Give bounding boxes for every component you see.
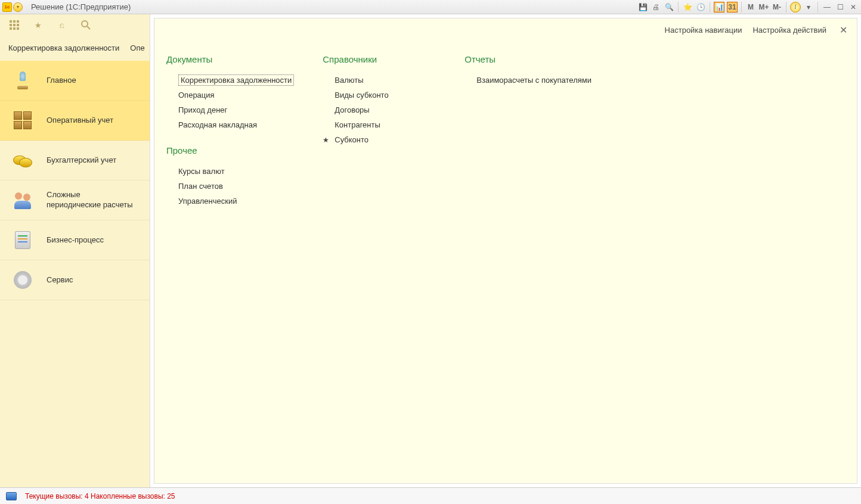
nav-item-operational[interactable]: Оперативный учет bbox=[0, 101, 150, 141]
list-item-label: Виды субконто bbox=[335, 91, 388, 99]
close-panel-icon[interactable]: ✕ bbox=[837, 24, 850, 36]
maximize-icon[interactable]: ☐ bbox=[835, 2, 845, 13]
breadcrumb: Корректировка задолженности Опе bbox=[0, 36, 150, 60]
separator bbox=[710, 2, 710, 13]
gear-icon bbox=[12, 269, 33, 291]
list-item-label: Операция bbox=[178, 91, 215, 99]
nav-item-main[interactable]: Главное bbox=[0, 61, 150, 101]
print-icon[interactable]: 🖨 bbox=[651, 2, 661, 13]
list-item[interactable]: Операция bbox=[166, 88, 294, 102]
column-left: Документы Корректировка задолженности Оп… bbox=[166, 41, 294, 209]
nav-item-periodic[interactable]: Сложные периодические расчеты bbox=[0, 181, 150, 220]
app-menu-dropdown[interactable]: ▾ bbox=[13, 2, 23, 12]
svg-point-0 bbox=[82, 21, 88, 27]
separator bbox=[817, 2, 818, 13]
list-item[interactable]: Приход денег bbox=[166, 102, 294, 117]
favorites-icon[interactable]: ★ bbox=[32, 19, 44, 31]
panel-body: Документы Корректировка задолженности Оп… bbox=[154, 41, 857, 483]
history-icon[interactable]: 🕓 bbox=[695, 2, 706, 13]
boxes-icon bbox=[12, 110, 33, 131]
actions-settings-link[interactable]: Настройка действий bbox=[752, 26, 826, 35]
nav-item-label: Оперативный учет bbox=[47, 116, 113, 126]
sections-icon[interactable] bbox=[8, 19, 20, 31]
list-item[interactable]: Курсы валют bbox=[166, 164, 294, 179]
book-icon bbox=[12, 229, 33, 251]
breadcrumb-item[interactable]: Корректировка задолженности bbox=[8, 43, 119, 52]
list-item[interactable]: Взаиморасчеты с покупателями bbox=[464, 73, 591, 88]
nav-list: Главное Оперативный учет Бухгалтерский у… bbox=[0, 60, 150, 300]
nav-item-label: Главное bbox=[47, 76, 76, 86]
coins-icon bbox=[12, 150, 33, 171]
memory-mplus-icon[interactable]: M+ bbox=[758, 2, 769, 13]
minimize-icon[interactable]: — bbox=[822, 2, 832, 13]
list-item-label: Курсы валют bbox=[178, 167, 225, 176]
sidebar: ★ ⎌ Корректировка задолженности Опе Глав… bbox=[0, 14, 150, 487]
list-item[interactable]: Контрагенты bbox=[323, 117, 436, 132]
column-mid: Справочники Валюты Виды субконто Договор… bbox=[323, 41, 436, 147]
list-item-label: Субконто bbox=[335, 135, 368, 144]
content-wrap: Настройка навигации Настройка действий ✕… bbox=[150, 14, 861, 487]
title-bar: 1c ▾ Решение (1С:Предприятие) 💾 🖨 🔍 ⭐ 🕓 … bbox=[0, 0, 861, 14]
list-item[interactable]: Валюты bbox=[323, 73, 436, 88]
reports-list: Взаиморасчеты с покупателями bbox=[464, 73, 591, 88]
status-text: Текущие вызовы: 4 Накопленные вызовы: 25 bbox=[25, 492, 175, 500]
preview-icon[interactable]: 🔍 bbox=[664, 2, 674, 13]
status-bar: Текущие вызовы: 4 Накопленные вызовы: 25 bbox=[0, 487, 861, 504]
list-item-label: Договоры bbox=[335, 105, 369, 114]
content-panel: Настройка навигации Настройка действий ✕… bbox=[154, 18, 857, 484]
list-item-label: Управленческий bbox=[178, 197, 237, 206]
list-item-label: Корректировка задолженности bbox=[178, 74, 294, 86]
separator bbox=[786, 2, 786, 13]
section-title-documents: Документы bbox=[166, 54, 294, 64]
sidebar-toolbar: ★ ⎌ bbox=[0, 14, 150, 36]
svg-line-1 bbox=[87, 26, 90, 29]
search-icon[interactable] bbox=[80, 19, 92, 31]
nav-item-label: Бухгалтерский учет bbox=[47, 155, 116, 166]
calculator-icon[interactable]: 📊 bbox=[714, 2, 724, 13]
list-item[interactable]: Расходная накладная bbox=[166, 117, 294, 132]
separator bbox=[741, 2, 742, 13]
close-window-icon[interactable]: ✕ bbox=[848, 2, 859, 13]
list-item-label: Приход денег bbox=[178, 105, 227, 114]
list-item-label: Контрагенты bbox=[335, 120, 380, 129]
breadcrumb-item-truncated[interactable]: Опе bbox=[130, 43, 144, 52]
panel-top: Настройка навигации Настройка действий ✕ bbox=[154, 18, 857, 41]
calendar-icon[interactable]: 31 bbox=[727, 2, 738, 13]
section-title-references: Справочники bbox=[323, 54, 436, 64]
desk-lamp-icon bbox=[12, 70, 33, 91]
list-item[interactable]: План счетов bbox=[166, 179, 294, 194]
memory-mminus-icon[interactable]: M- bbox=[772, 2, 782, 13]
list-item-label: Валюты bbox=[335, 76, 363, 85]
list-item-label: План счетов bbox=[178, 182, 223, 191]
references-list: Валюты Виды субконто Договоры Контрагент… bbox=[323, 73, 436, 147]
section-title-other: Прочее bbox=[166, 145, 294, 155]
section-title-reports: Отчеты bbox=[464, 54, 591, 64]
nav-item-label: Сложные периодические расчеты bbox=[47, 190, 136, 210]
separator bbox=[678, 2, 679, 13]
column-right: Отчеты Взаиморасчеты с покупателями bbox=[464, 41, 591, 88]
users-icon bbox=[12, 189, 33, 211]
nav-item-label: Сервис bbox=[47, 275, 73, 285]
info-icon[interactable]: i bbox=[790, 2, 801, 13]
list-item[interactable]: Корректировка задолженности bbox=[166, 73, 294, 88]
nav-settings-link[interactable]: Настройка навигации bbox=[665, 26, 742, 35]
nav-item-process[interactable]: Бизнес-процесс bbox=[0, 220, 150, 260]
save-icon[interactable]: 💾 bbox=[637, 2, 648, 13]
list-item-label: Расходная накладная bbox=[178, 120, 257, 129]
memory-m-icon[interactable]: M bbox=[745, 2, 756, 13]
favorite-icon[interactable]: ⭐ bbox=[682, 2, 693, 13]
list-item-label: Взаиморасчеты с покупателями bbox=[476, 76, 591, 85]
titlebar-right-icons: 💾 🖨 🔍 ⭐ 🕓 📊 31 M M+ M- i ▾ — ☐ ✕ bbox=[637, 2, 859, 13]
list-item[interactable]: Управленческий bbox=[166, 194, 294, 209]
dropdown-icon[interactable]: ▾ bbox=[803, 2, 814, 13]
nav-item-accounting[interactable]: Бухгалтерский учет bbox=[0, 141, 150, 181]
list-item[interactable]: Виды субконто bbox=[323, 88, 436, 102]
nav-item-service[interactable]: Сервис bbox=[0, 260, 150, 300]
list-item[interactable]: Субконто bbox=[323, 132, 436, 147]
history2-icon[interactable]: ⎌ bbox=[56, 19, 68, 31]
list-item[interactable]: Договоры bbox=[323, 102, 436, 117]
documents-list: Корректировка задолженности Операция При… bbox=[166, 73, 294, 132]
other-list: Курсы валют План счетов Управленческий bbox=[166, 164, 294, 209]
app-logo-icon: 1c bbox=[2, 2, 12, 12]
status-icon[interactable] bbox=[6, 492, 17, 500]
